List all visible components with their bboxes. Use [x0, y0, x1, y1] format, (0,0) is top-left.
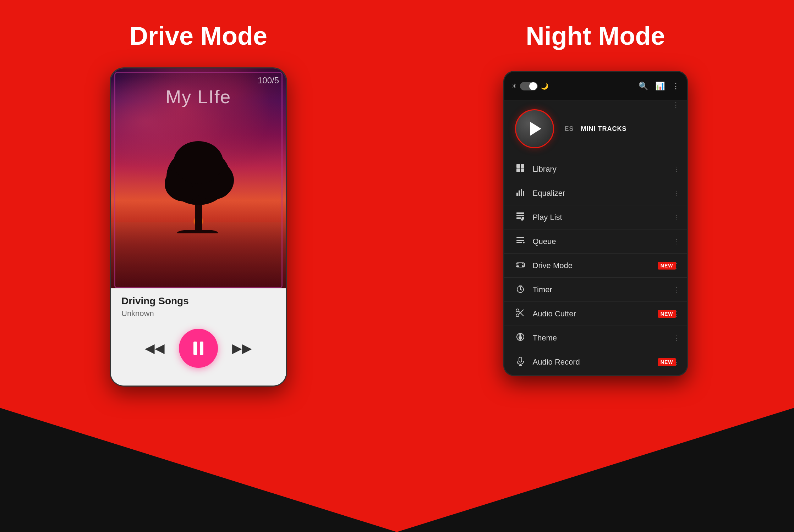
svg-rect-14 [523, 191, 524, 196]
forward-button[interactable]: ▶▶ [232, 341, 252, 356]
pause-bar-left [193, 342, 197, 355]
svg-rect-12 [519, 190, 520, 196]
menu-item-audio-record[interactable]: Audio Record NEW ⋮ [504, 350, 687, 374]
svg-rect-11 [516, 193, 518, 196]
queue-label: Queue [533, 237, 676, 246]
pause-button[interactable] [179, 329, 218, 368]
phone-top-bar: ☀ 🌙 🔍 📊 ⋮ [504, 72, 687, 100]
controls-area: Driving Songs Unknown ◀◀ ▶▶ [111, 288, 286, 386]
svg-rect-22 [516, 242, 522, 243]
left-panel: Drive Mode [0, 0, 397, 532]
equalizer-menu-icon [515, 188, 526, 199]
menu-item-theme[interactable]: Theme ⋮ [504, 326, 687, 350]
drive-mode-label: Drive Mode [533, 261, 651, 270]
moon-icon: 🌙 [541, 82, 548, 90]
queue-icon [515, 236, 526, 247]
svg-rect-20 [516, 237, 524, 238]
svg-line-29 [520, 289, 522, 290]
svg-rect-17 [516, 217, 521, 219]
panel-divider [397, 0, 397, 532]
library-dots[interactable]: ⋮ [673, 165, 680, 173]
svg-point-4 [174, 141, 223, 184]
menu-item-audio-cutter[interactable]: Audio Cutter NEW ⋮ [504, 302, 687, 326]
tree-container [163, 134, 234, 233]
theme-dots[interactable]: ⋮ [673, 334, 680, 342]
sun-icon: ☀ [511, 82, 517, 90]
svg-rect-16 [516, 215, 524, 216]
menu-item-queue[interactable]: Queue ⋮ [504, 229, 687, 254]
svg-point-36 [518, 335, 520, 337]
svg-rect-38 [519, 357, 522, 362]
menu-list: Library ⋮ Equalizer ⋮ [504, 157, 687, 375]
toggle-thumb [529, 82, 537, 90]
night-mode-phone: ☀ 🌙 🔍 📊 ⋮ ES MI [503, 71, 688, 376]
svg-marker-23 [523, 242, 525, 244]
svg-rect-13 [521, 189, 522, 196]
audio-cutter-dots[interactable]: ⋮ [673, 310, 680, 318]
theme-label: Theme [533, 333, 676, 343]
more-icon[interactable]: ⋮ [672, 82, 680, 91]
playlist-dots[interactable]: ⋮ [673, 214, 680, 221]
audio-record-label: Audio Record [533, 358, 651, 367]
svg-rect-8 [521, 164, 524, 168]
menu-item-playlist[interactable]: Play List ⋮ [504, 205, 687, 229]
search-icon[interactable]: 🔍 [639, 82, 648, 91]
timer-dots[interactable]: ⋮ [673, 286, 680, 294]
audio-cutter-label: Audio Cutter [533, 309, 651, 318]
right-panel: Night Mode ☀ 🌙 🔍 📊 ⋮ [397, 0, 794, 532]
equalizer-dots[interactable]: ⋮ [673, 189, 680, 197]
big-play-button[interactable] [515, 109, 554, 148]
track-artist: Unknown [121, 309, 154, 318]
pause-icon [193, 342, 203, 355]
drive-mode-dots[interactable]: ⋮ [673, 262, 680, 270]
top-icons: 🔍 📊 ⋮ [639, 82, 680, 91]
theme-toggle[interactable]: ☀ 🌙 [511, 82, 548, 90]
timer-icon [515, 284, 526, 295]
svg-point-37 [521, 335, 522, 337]
pause-bar-right [200, 342, 203, 355]
tab-es[interactable]: ES [565, 125, 574, 133]
tab-mini-tracks[interactable]: MINI TRACKS [581, 125, 627, 133]
drive-mode-title: Drive Mode [130, 21, 267, 50]
library-icon [515, 164, 526, 175]
more-dots-play[interactable]: ⋮ [672, 100, 680, 110]
menu-item-drive-mode[interactable]: Drive Mode NEW ⋮ [504, 254, 687, 278]
audio-record-icon [515, 356, 526, 368]
equalizer-icon[interactable]: 📊 [655, 82, 665, 91]
playlist-label: Play List [533, 213, 676, 222]
play-triangle-icon [530, 122, 541, 136]
playlist-icon [515, 212, 526, 223]
toggle-track[interactable] [520, 82, 538, 90]
night-mode-title: Night Mode [526, 21, 665, 50]
drive-mode-phone: 100/5 My LIfe Driving Songs Unknown ◀◀ ▶… [110, 67, 287, 387]
svg-rect-10 [521, 168, 524, 172]
tabs-area: ES MINI TRACKS [565, 125, 676, 133]
album-art-container: 100/5 My LIfe [111, 68, 286, 288]
svg-point-26 [522, 265, 524, 267]
svg-rect-21 [516, 240, 524, 241]
song-title-overlay: My LIfe [111, 86, 286, 107]
theme-icon [515, 332, 526, 344]
rewind-button[interactable]: ◀◀ [145, 341, 165, 356]
library-label: Library [533, 165, 676, 174]
play-area: ES MINI TRACKS ⋮ [504, 100, 687, 157]
timer-label: Timer [533, 285, 676, 294]
queue-dots[interactable]: ⋮ [673, 238, 680, 245]
menu-item-equalizer[interactable]: Equalizer ⋮ [504, 181, 687, 205]
track-number: 100/5 [258, 76, 279, 85]
drive-mode-icon [515, 260, 526, 271]
track-name: Driving Songs [121, 295, 189, 307]
menu-item-timer[interactable]: Timer ⋮ [504, 278, 687, 302]
svg-point-25 [517, 265, 519, 267]
audio-cutter-icon [515, 308, 526, 320]
equalizer-label: Equalizer [533, 189, 676, 198]
svg-rect-15 [516, 212, 524, 214]
svg-rect-7 [516, 164, 520, 168]
menu-item-library[interactable]: Library ⋮ [504, 157, 687, 181]
playback-controls: ◀◀ ▶▶ [121, 329, 275, 368]
audio-record-dots[interactable]: ⋮ [673, 358, 680, 366]
svg-point-19 [521, 218, 523, 221]
svg-rect-9 [516, 168, 520, 172]
